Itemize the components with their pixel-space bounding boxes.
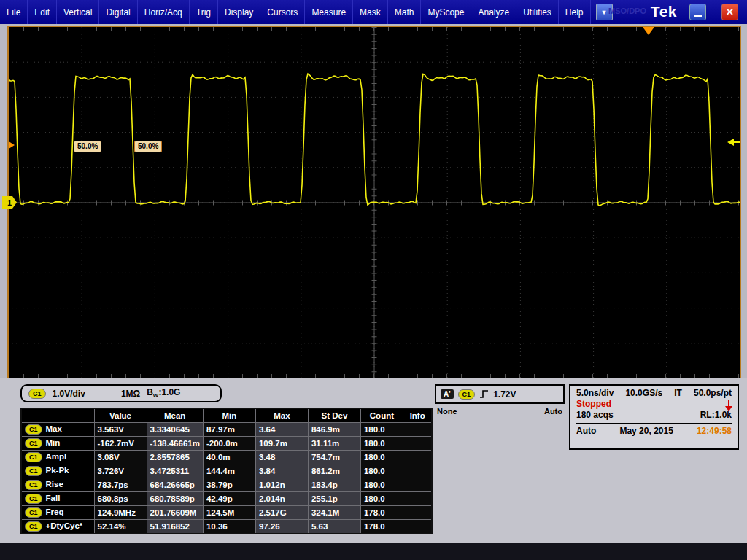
tek-logo: Tek [651, 3, 677, 20]
menu-item-analyze[interactable]: Analyze [471, 0, 516, 24]
meas-col-header: Max [255, 408, 308, 423]
meas-row-rise: C1Rise783.7ps684.26665p38.79p1.012n183.4… [21, 478, 432, 492]
ref-level-label-1[interactable]: 50.0% [74, 141, 101, 152]
meas-col-header: Info [403, 408, 432, 423]
meas-cell: 680.8ps [94, 492, 147, 506]
meas-cell: 124.9MHz [94, 506, 147, 520]
waveform-plot[interactable]: 50.0% 50.0% 1 [7, 26, 741, 380]
meas-cell: 87.97m [203, 423, 255, 437]
meas-cell: 178.0 [360, 520, 403, 534]
meas-row-min: C1Min-162.7mV-138.46661m-200.0m109.7m31.… [21, 437, 432, 451]
chevron-down-icon: ▼ [601, 9, 608, 16]
menu-item-file[interactable]: File [0, 0, 28, 24]
impedance-label: 1MΩ [121, 389, 140, 399]
channel-badge: C1 [25, 466, 42, 476]
menu-item-mask[interactable]: Mask [353, 0, 388, 24]
menu-item-help[interactable]: Help [559, 0, 591, 24]
meas-cell [403, 492, 432, 506]
meas-cell [403, 451, 432, 464]
meas-cell: 144.4m [203, 464, 255, 478]
rising-edge-icon [479, 389, 489, 399]
meas-cell: 1.012n [255, 478, 308, 492]
meas-row-label: C1Fall [21, 492, 94, 506]
meas-cell: 38.79p [203, 478, 255, 492]
trigger-modes: None Auto [435, 407, 565, 416]
meas-cell: 324.1M [308, 506, 360, 520]
meas-cell: 3.08V [94, 451, 147, 464]
bandwidth-label: BW:1.0G [147, 387, 180, 399]
menu-item-utilities[interactable]: Utilities [516, 0, 559, 24]
meas-cell: 42.49p [203, 492, 255, 506]
menu-item-edit[interactable]: Edit [28, 0, 57, 24]
time-label: 12:49:58 [697, 426, 732, 436]
minimize-icon [694, 15, 702, 17]
meas-cell: -200.0m [203, 437, 255, 451]
meas-cell: 10.36 [203, 520, 255, 534]
trigger-position-marker-icon[interactable] [643, 27, 654, 35]
menu-item-digital[interactable]: Digital [99, 0, 137, 24]
red-down-arrow-icon [724, 400, 733, 412]
menu-item-measure[interactable]: Measure [305, 0, 353, 24]
meas-row-max: C1Max3.563V3.334064587.97m3.64846.9m180.… [21, 423, 432, 437]
meas-cell: 52.14% [94, 520, 147, 534]
meas-cell: 97.26 [255, 520, 308, 534]
meas-cell: 180.0 [360, 423, 403, 437]
meas-row-label: C1Min [21, 437, 94, 451]
meas-cell: 31.11m [308, 437, 360, 451]
meas-cell: 180.0 [360, 478, 403, 492]
menu-item-myscope[interactable]: MyScope [421, 0, 471, 24]
meas-cell: 124.5M [203, 506, 255, 520]
meas-cell: 3.726V [94, 464, 147, 478]
meas-col-header: Value [94, 408, 147, 423]
trigger-level-label: 1.72V [493, 389, 516, 400]
display-area: 50.0% 50.0% 1 [0, 24, 747, 378]
meas-cell: 684.26665p [147, 478, 203, 492]
meas-cell: 180.0 [360, 451, 403, 464]
channel-badge: C1 [28, 389, 46, 399]
meas-row-label: C1Ampl [21, 451, 94, 464]
meas-cell: 3.48 [255, 451, 308, 464]
menu-item-vertical[interactable]: Vertical [57, 0, 99, 24]
meas-cell: 3.84 [255, 464, 308, 478]
trigger-a-badge: A' [441, 389, 454, 399]
meas-cell: 3.3340645 [147, 423, 203, 437]
menu-item-math[interactable]: Math [388, 0, 422, 24]
meas-col-header: Min [203, 408, 255, 423]
meas-col-header: St Dev [308, 408, 360, 423]
sampling-mode-label: IT [674, 388, 682, 398]
meas-cell: 180.0 [360, 492, 403, 506]
acq-count-line: 180 acqs RL:1.0k [576, 410, 732, 420]
meas-cell: 783.7ps [94, 478, 147, 492]
measurement-header-row: ValueMeanMinMaxSt DevCountInfo [21, 408, 432, 423]
acq-status-label: Stopped [576, 399, 732, 409]
ref-level-label-2[interactable]: 50.0% [134, 141, 162, 152]
meas-cell [403, 478, 432, 492]
menu-item-horiz-acq[interactable]: Horiz/Acq [138, 0, 190, 24]
meas-cell [403, 520, 432, 534]
trigger-b-mode-label: None [437, 407, 457, 416]
trigger-level-marker[interactable] [727, 139, 740, 146]
meas-row-label: C1Rise [21, 478, 94, 492]
close-button[interactable]: ✕ [721, 4, 738, 20]
meas-cell: 5.63 [308, 520, 360, 534]
meas-row-pkpk: C1Pk-Pk3.726V3.4725311144.4m3.84861.2m18… [21, 464, 432, 478]
menu-item-cursors[interactable]: Cursors [260, 0, 305, 24]
minimize-button[interactable] [689, 4, 706, 20]
meas-cell: -162.7mV [94, 437, 147, 451]
menu-bar: FileEditVerticalDigitalHoriz/AcqTrigDisp… [0, 0, 747, 24]
meas-cell: -138.46661m [147, 437, 203, 451]
meas-row-label: C1+DtyCyc* [21, 520, 94, 534]
trigger-readout[interactable]: A' C1 1.72V [435, 384, 565, 404]
channel-badge: C1 [25, 424, 42, 435]
meas-cell: 109.7m [255, 437, 308, 451]
channel-badge: C1 [25, 508, 42, 518]
menu-items: FileEditVerticalDigitalHoriz/AcqTrigDisp… [0, 0, 591, 24]
meas-row-fall: C1Fall680.8ps680.78589p42.49p2.014n255.1… [21, 492, 432, 506]
trigger-mode-status-label: Auto [576, 426, 596, 436]
meas-cell: 2.8557865 [147, 451, 203, 464]
channel1-readout[interactable]: C1 1.0V/div 1MΩ BW:1.0G [20, 384, 222, 402]
meas-cell [403, 506, 432, 520]
channel-badge: C1 [25, 452, 42, 462]
menu-item-trig[interactable]: Trig [190, 0, 218, 24]
menu-item-display[interactable]: Display [218, 0, 260, 24]
